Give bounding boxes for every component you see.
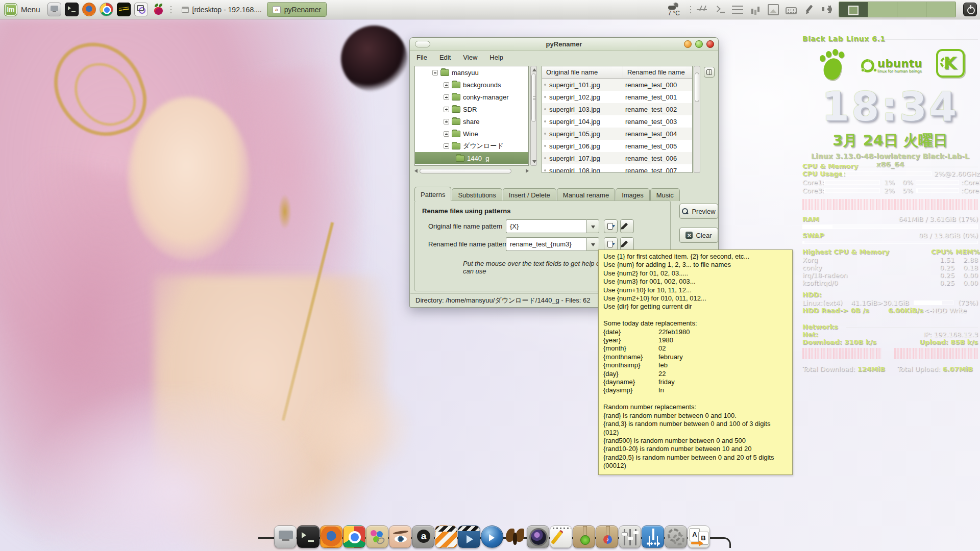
scrollbar-thumb[interactable] <box>695 72 699 102</box>
dock-eye-makeup-icon[interactable] <box>389 525 411 548</box>
apply-pattern-button[interactable] <box>604 219 618 233</box>
tree-item-conky-manager[interactable]: conky-manager <box>415 91 528 103</box>
file-row[interactable]: supergirl_104.jpgrename_test_003 <box>542 115 692 128</box>
apply-pattern-button[interactable] <box>604 237 618 251</box>
chrome-launcher-icon[interactable] <box>100 3 113 16</box>
renamed-pattern-input[interactable]: rename_test_{num3} <box>506 237 586 251</box>
dock-notes-icon[interactable] <box>550 525 572 548</box>
dock-video-editor-icon[interactable] <box>458 525 480 548</box>
close-button[interactable] <box>706 40 714 48</box>
dock-package-music-icon[interactable] <box>596 525 618 548</box>
dock-openshot-icon[interactable] <box>435 525 457 548</box>
dock-terminal-icon[interactable] <box>297 525 320 548</box>
tab-manual-rename[interactable]: Manual rename <box>557 188 615 201</box>
tab-patterns[interactable]: Patterns <box>414 187 451 201</box>
tree-horizontal-scrollbar[interactable] <box>414 168 529 174</box>
dock-package-installer-icon[interactable] <box>573 525 595 548</box>
dock-audio-mixer-icon[interactable] <box>619 525 641 548</box>
terminal-tray-icon[interactable] <box>714 4 725 15</box>
edit-pattern-button[interactable] <box>620 237 634 251</box>
dock-camera-lens-icon[interactable] <box>527 525 549 548</box>
volume-tray-icon[interactable] <box>821 4 832 15</box>
tree-item-backgrounds[interactable]: backgrounds <box>415 79 528 91</box>
dock-apt-icon[interactable] <box>412 525 434 548</box>
dock-chrome-icon[interactable] <box>343 525 365 548</box>
column-original-file-name[interactable]: Original file name <box>542 66 623 78</box>
raspberry-launcher-icon[interactable] <box>152 3 165 16</box>
file-row[interactable]: supergirl_106.jpgrename_test_005 <box>542 140 692 152</box>
dock-pyrenamer-icon[interactable]: A B <box>688 525 710 548</box>
file-row[interactable]: supergirl_103.jpgrename_test_002 <box>542 103 692 115</box>
oscilloscope-launcher-icon[interactable] <box>117 3 131 16</box>
menu-view[interactable]: View <box>463 54 477 61</box>
scroll-right-arrow[interactable] <box>526 169 529 173</box>
keyboard-tray-icon[interactable] <box>786 7 797 14</box>
display-launcher-icon[interactable] <box>47 3 61 16</box>
scroll-down-arrow[interactable] <box>532 160 536 163</box>
expander-collapsed-icon[interactable] <box>444 94 449 100</box>
dock-gimp-icon[interactable] <box>366 525 388 548</box>
tree-item-sdr[interactable]: SDR <box>415 103 528 115</box>
tree-vertical-scrollbar[interactable] <box>530 66 537 166</box>
dock-firefox-icon[interactable] <box>320 525 342 548</box>
file-row[interactable]: supergirl_101.jpgrename_test_000 <box>542 79 692 91</box>
column-renamed-file-name[interactable]: Renamed file name <box>623 66 692 78</box>
workspace-4[interactable] <box>926 2 955 17</box>
expander-expanded-icon[interactable] <box>432 70 438 76</box>
workspace-1[interactable] <box>839 2 868 17</box>
scroll-up-arrow[interactable] <box>532 68 536 71</box>
column-options-button[interactable] <box>704 67 715 78</box>
workspace-2[interactable] <box>868 2 897 17</box>
menu-lines-tray-icon[interactable] <box>732 4 743 15</box>
menu-button[interactable]: Menu <box>0 0 45 19</box>
expander-collapsed-icon[interactable] <box>444 82 449 88</box>
taskbar-item-pyrenamer[interactable]: pyRenamer <box>267 2 327 17</box>
clear-button[interactable]: Clear <box>679 228 718 243</box>
preview-button[interactable]: Preview <box>679 204 718 219</box>
expander-collapsed-icon[interactable] <box>444 119 449 124</box>
expander-expanded-icon[interactable] <box>444 143 449 149</box>
tab-images[interactable]: Images <box>616 188 650 201</box>
dock-web-video-icon[interactable] <box>481 525 503 548</box>
tree-item-downloads[interactable]: ダウンロード <box>415 140 528 152</box>
tree-item-mansyuu[interactable]: mansyuu <box>415 66 528 79</box>
tab-substitutions[interactable]: Substitutions <box>452 188 502 201</box>
menu-file[interactable]: File <box>416 54 427 61</box>
edit-pattern-button[interactable] <box>620 219 634 233</box>
tab-insert-delete[interactable]: Insert / Delete <box>503 188 556 201</box>
terminal-launcher-icon[interactable] <box>65 3 79 16</box>
scrollbar-thumb[interactable] <box>531 73 536 122</box>
scroll-left-arrow[interactable] <box>414 169 418 173</box>
file-row[interactable]: supergirl_105.jpgrename_test_004 <box>542 128 692 140</box>
expander-collapsed-icon[interactable] <box>444 131 449 137</box>
file-list-scrollbar[interactable] <box>694 66 700 173</box>
system-monitor-tray-icon[interactable] <box>696 4 707 15</box>
workspace-3[interactable] <box>897 2 926 17</box>
screenshot-tray-icon[interactable] <box>768 4 779 15</box>
power-button[interactable] <box>963 3 977 16</box>
tree-item-wine[interactable]: Wine <box>415 128 528 140</box>
scrollbar-thumb[interactable] <box>420 169 511 173</box>
combo-dropdown-arrow[interactable] <box>586 219 599 233</box>
maximize-button[interactable] <box>695 40 703 48</box>
taskbar-item-rdesktop[interactable]: [rdesktop - 192.168.... <box>177 2 267 17</box>
expander-collapsed-icon[interactable] <box>444 107 449 112</box>
dock-gears-icon[interactable] <box>665 525 687 548</box>
bars-tray-icon[interactable] <box>750 4 761 15</box>
menu-edit[interactable]: Edit <box>439 54 451 61</box>
tree-item-share[interactable]: share <box>415 115 528 128</box>
stylus-tray-icon[interactable] <box>803 4 815 15</box>
weather-applet[interactable]: 7 °C <box>668 3 680 16</box>
menu-help[interactable]: Help <box>489 54 503 61</box>
firefox-launcher-icon[interactable] <box>82 3 96 16</box>
file-row[interactable]: supergirl_102.jpgrename_test_001 <box>542 91 692 103</box>
dock-moth-icon[interactable] <box>504 525 526 548</box>
minimize-button[interactable] <box>684 40 692 48</box>
tab-music[interactable]: Music <box>650 188 680 201</box>
file-row[interactable]: supergirl_107.jpgrename_test_006 <box>542 152 692 164</box>
signal-tool-launcher-icon[interactable] <box>134 3 148 16</box>
file-row[interactable]: supergirl_108.jpgrename_test_007 <box>542 164 692 173</box>
combo-dropdown-arrow[interactable] <box>586 237 599 251</box>
original-pattern-input[interactable]: {X} <box>506 219 586 233</box>
tree-item-1440g-selected[interactable]: 1440_g <box>415 152 528 164</box>
